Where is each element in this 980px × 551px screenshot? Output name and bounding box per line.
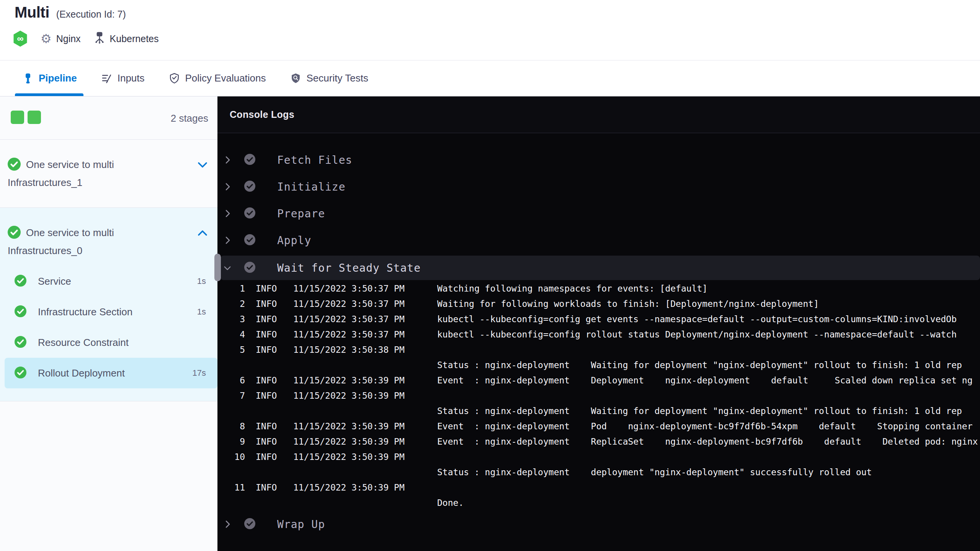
step-row-rollout-deployment[interactable]: Rollout Deployment 17s bbox=[5, 358, 217, 388]
log-line-number: 1 bbox=[227, 284, 245, 293]
console-step-name: Prepare bbox=[277, 207, 325, 220]
chevron-down-icon[interactable] bbox=[198, 162, 207, 170]
step-row-service[interactable]: Service 1s bbox=[0, 266, 217, 297]
console-step-name: Apply bbox=[277, 234, 311, 247]
success-check-icon bbox=[15, 367, 26, 380]
log-time: 11/15/2022 3:50:37 PM bbox=[293, 299, 408, 309]
log-line: Done. bbox=[217, 495, 980, 510]
success-check-icon bbox=[8, 158, 21, 175]
tab-security-tests[interactable]: Security Tests bbox=[291, 60, 368, 96]
console-step-fetch-files[interactable]: Fetch Files bbox=[217, 147, 980, 173]
stage-row-infrastructures-0[interactable]: One service to multi Infrastructures_0 bbox=[0, 208, 217, 258]
log-line: 9INFO11/15/2022 3:50:39 PMEvent : nginx-… bbox=[217, 434, 980, 449]
success-check-icon bbox=[244, 207, 255, 220]
step-duration: 1s bbox=[197, 307, 206, 317]
console-step-apply[interactable]: Apply bbox=[217, 227, 980, 254]
log-line: Status : nginx-deployment Waiting for de… bbox=[217, 357, 980, 373]
chevron-right-icon bbox=[224, 520, 231, 528]
console-step-initialize[interactable]: Initialize bbox=[217, 173, 980, 200]
log-message: kubectl --kubeconfig=config get events -… bbox=[437, 314, 957, 324]
stage-status-square-icon bbox=[11, 111, 24, 124]
execution-sidebar: 2 stages One service to multi Infrastruc… bbox=[0, 96, 217, 551]
log-level: INFO bbox=[256, 299, 279, 309]
success-check-icon bbox=[8, 226, 21, 243]
step-duration: 17s bbox=[193, 368, 206, 378]
stage-status-square-icon bbox=[28, 111, 41, 124]
pipeline-icon bbox=[23, 73, 33, 84]
log-line: 8INFO11/15/2022 3:50:39 PMEvent : nginx-… bbox=[217, 419, 980, 434]
log-time: 11/15/2022 3:50:37 PM bbox=[293, 284, 408, 293]
tab-policy-evaluations-label: Policy Evaluations bbox=[185, 72, 266, 84]
log-message: Event : nginx-deployment ReplicaSet ngin… bbox=[437, 437, 978, 447]
step-name: Service bbox=[38, 276, 71, 287]
console-step-name: Initialize bbox=[277, 181, 346, 193]
log-time: 11/15/2022 3:50:39 PM bbox=[293, 421, 408, 431]
tab-pipeline[interactable]: Pipeline bbox=[23, 60, 77, 96]
chevron-right-icon bbox=[224, 209, 231, 218]
success-check-icon bbox=[15, 305, 26, 319]
log-level: INFO bbox=[256, 452, 279, 462]
tag-row: ∞ ⚙ Nginx K bbox=[13, 31, 158, 47]
console-step-wrap-up[interactable]: Wrap Up bbox=[217, 511, 980, 538]
log-line: 10INFO11/15/2022 3:50:39 PM bbox=[217, 449, 980, 465]
stage-expanded-section: One service to multi Infrastructures_0 S… bbox=[0, 208, 217, 401]
console-step-prepare[interactable]: Prepare bbox=[217, 200, 980, 227]
chevron-up-icon[interactable] bbox=[198, 230, 207, 238]
kubernetes-icon bbox=[94, 31, 105, 46]
log-line: 2INFO11/15/2022 3:50:37 PMWaiting for fo… bbox=[217, 296, 980, 311]
main-split: 2 stages One service to multi Infrastruc… bbox=[0, 96, 980, 551]
step-list: Service 1s Infrastructure Section 1s bbox=[0, 266, 217, 388]
log-message: Event : nginx-deployment Pod nginx-deplo… bbox=[437, 421, 973, 431]
log-line-number: 10 bbox=[227, 452, 245, 462]
log-line-number: 11 bbox=[227, 483, 245, 492]
log-message: Waiting for following workloads to finis… bbox=[437, 299, 819, 309]
console-resize-handle[interactable] bbox=[214, 254, 221, 281]
service-tag[interactable]: ⚙ Nginx bbox=[41, 33, 81, 45]
security-shield-icon bbox=[291, 73, 301, 84]
tab-policy-evaluations[interactable]: Policy Evaluations bbox=[169, 60, 266, 96]
infrastructure-tag-label: Kubernetes bbox=[110, 33, 159, 44]
infrastructure-tag[interactable]: Kubernetes bbox=[94, 31, 159, 46]
chevron-right-icon bbox=[224, 183, 231, 191]
log-line-number: 3 bbox=[227, 314, 245, 324]
execution-id-label: (Execution Id: 7) bbox=[56, 9, 126, 20]
log-message: Watching following namespaces for events… bbox=[437, 284, 707, 293]
stage-summary-bar: 2 stages bbox=[0, 96, 217, 140]
step-name: Infrastructure Section bbox=[38, 306, 132, 318]
log-time: 11/15/2022 3:50:39 PM bbox=[293, 391, 408, 401]
log-line-number: 2 bbox=[227, 299, 245, 309]
log-level: INFO bbox=[256, 314, 279, 324]
stage-count-label: 2 stages bbox=[171, 112, 208, 124]
log-line: 5INFO11/15/2022 3:50:38 PM bbox=[217, 342, 980, 357]
tab-inputs[interactable]: Inputs bbox=[101, 60, 145, 96]
service-tag-label: Nginx bbox=[56, 33, 81, 44]
console-step-name: Wrap Up bbox=[277, 518, 325, 531]
log-level: INFO bbox=[256, 421, 279, 431]
stage-row-infrastructures-1[interactable]: One service to multi Infrastructures_1 bbox=[0, 140, 217, 208]
tab-bar: Pipeline Inputs Policy Eval bbox=[0, 60, 980, 96]
log-time: 11/15/2022 3:50:38 PM bbox=[293, 345, 408, 355]
success-check-icon bbox=[244, 262, 255, 274]
app-header: Multi (Execution Id: 7) ∞ ⚙ Nginx bbox=[0, 0, 980, 60]
log-level: INFO bbox=[256, 391, 279, 401]
log-time: 11/15/2022 3:50:39 PM bbox=[293, 437, 408, 447]
console-step-wait-for-steady-state[interactable]: Wait for Steady State bbox=[220, 256, 980, 280]
log-line-number: 5 bbox=[227, 345, 245, 355]
log-level: INFO bbox=[256, 284, 279, 293]
console-title: Console Logs bbox=[230, 109, 294, 120]
pipeline-execution-page: Multi (Execution Id: 7) ∞ ⚙ Nginx bbox=[0, 0, 980, 551]
log-message: kubectl --kubeconfig=config rollout stat… bbox=[437, 329, 957, 339]
tab-pipeline-label: Pipeline bbox=[39, 72, 77, 84]
step-row-resource-constraint[interactable]: Resource Constraint bbox=[0, 327, 217, 358]
step-duration: 1s bbox=[197, 276, 206, 286]
console-header: Console Logs bbox=[217, 96, 980, 133]
log-line: 6INFO11/15/2022 3:50:39 PMEvent : nginx-… bbox=[217, 373, 980, 388]
log-line: 11INFO11/15/2022 3:50:39 PM bbox=[217, 480, 980, 495]
step-row-infrastructure-section[interactable]: Infrastructure Section 1s bbox=[0, 297, 217, 327]
chevron-down-icon bbox=[224, 265, 231, 271]
title-row: Multi (Execution Id: 7) bbox=[15, 4, 126, 21]
log-line: 4INFO11/15/2022 3:50:37 PMkubectl --kube… bbox=[217, 327, 980, 342]
success-check-icon bbox=[15, 336, 26, 349]
tab-inputs-label: Inputs bbox=[118, 72, 145, 84]
success-check-icon bbox=[244, 154, 255, 166]
